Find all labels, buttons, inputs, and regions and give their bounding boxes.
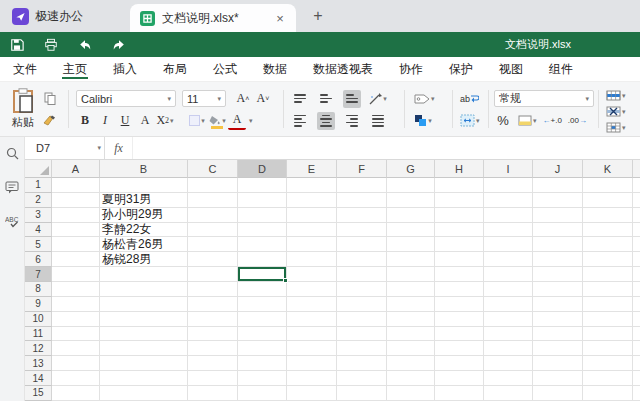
cell-F10[interactable] [337,312,387,327]
cell-H4[interactable] [435,223,484,238]
borders-button[interactable]: ▾ [188,112,206,130]
cell-B11[interactable] [100,327,188,342]
cell-F12[interactable] [337,341,387,356]
cell-C12[interactable] [188,341,238,356]
cell-H3[interactable] [435,208,484,223]
character-style-button[interactable]: A [136,112,154,130]
cell-G13[interactable] [387,356,435,371]
row-header-2[interactable]: 2 [25,193,52,208]
cell-K3[interactable] [583,208,633,223]
cell-A1[interactable] [52,178,100,193]
cell-H12[interactable] [435,341,484,356]
cell-C8[interactable] [188,282,238,297]
grow-font-button[interactable]: A˄ [234,90,252,108]
row-header-6[interactable]: 6 [25,252,52,267]
cell-D2[interactable] [238,193,287,208]
cell-C9[interactable] [188,297,238,312]
cell-J7[interactable] [533,267,583,282]
app-home-button[interactable]: 极速办公 [0,0,97,32]
cell-C6[interactable] [188,252,238,267]
cell-D8[interactable] [238,282,287,297]
text-orientation-icon[interactable]: ▾ [369,90,387,108]
select-all-corner[interactable] [25,160,52,178]
cell-G15[interactable] [387,386,435,401]
cell-D12[interactable] [238,341,287,356]
formula-input[interactable] [133,137,640,159]
cell-J5[interactable] [533,237,583,252]
cell-G14[interactable] [387,371,435,386]
row-header-7[interactable]: 7 [25,267,52,282]
cell-J10[interactable] [533,312,583,327]
cell-E5[interactable] [287,237,337,252]
row-header-11[interactable]: 11 [25,327,52,342]
cell-G11[interactable] [387,327,435,342]
menu-item-9[interactable]: 视图 [486,57,536,81]
cell-D7[interactable] [238,267,287,282]
align-right-icon[interactable] [343,112,361,130]
cell-D3[interactable] [238,208,287,223]
menu-item-3[interactable]: 布局 [150,57,200,81]
cell-D6[interactable] [238,252,287,267]
align-left-icon[interactable] [291,112,309,130]
save-button[interactable] [0,32,34,57]
cell-A12[interactable] [52,341,100,356]
cell-E10[interactable] [287,312,337,327]
menu-item-8[interactable]: 保护 [436,57,486,81]
cell-B9[interactable] [100,297,188,312]
cell-G7[interactable] [387,267,435,282]
percent-style-button[interactable]: % [494,112,512,130]
cell-D5[interactable] [238,237,287,252]
cell-E2[interactable] [287,193,337,208]
cell-F9[interactable] [337,297,387,312]
cell-G1[interactable] [387,178,435,193]
menu-item-0[interactable]: 文件 [0,57,50,81]
font-name-select[interactable]: Calibri▾ [76,90,176,107]
close-tab-icon[interactable]: × [272,11,288,26]
cell-H9[interactable] [435,297,484,312]
cell-H1[interactable] [435,178,484,193]
cell-C10[interactable] [188,312,238,327]
italic-button[interactable]: I [96,112,114,130]
shrink-font-button[interactable]: A˅ [254,90,272,108]
cell-K11[interactable] [583,327,633,342]
bold-button[interactable]: B [76,112,94,130]
cell-K13[interactable] [583,356,633,371]
cell-J13[interactable] [533,356,583,371]
cell-C15[interactable] [188,386,238,401]
cell-H2[interactable] [435,193,484,208]
menu-item-4[interactable]: 公式 [200,57,250,81]
column-header-G[interactable]: G [387,160,435,178]
cell-B7[interactable] [100,267,188,282]
column-header-H[interactable]: H [435,160,484,178]
cell-K7[interactable] [583,267,633,282]
cell-B12[interactable] [100,341,188,356]
cell-D13[interactable] [238,356,287,371]
name-box[interactable]: D7 ▾ [30,137,105,159]
column-header-K[interactable]: K [583,160,633,178]
cell-G2[interactable] [387,193,435,208]
cell-F15[interactable] [337,386,387,401]
cell-D4[interactable] [238,223,287,238]
menu-item-7[interactable]: 协作 [386,57,436,81]
cell-J14[interactable] [533,371,583,386]
row-header-8[interactable]: 8 [25,282,52,297]
column-header-I[interactable]: I [484,160,533,178]
cell-I15[interactable] [484,386,533,401]
cell-B13[interactable] [100,356,188,371]
cell-A14[interactable] [52,371,100,386]
currency-style-icon[interactable]: ▾ [518,112,537,130]
cell-E4[interactable] [287,223,337,238]
cell-E12[interactable] [287,341,337,356]
cell-E9[interactable] [287,297,337,312]
cell-C5[interactable] [188,237,238,252]
cell-C3[interactable] [188,208,238,223]
cell-F7[interactable] [337,267,387,282]
cell-I4[interactable] [484,223,533,238]
cell-I13[interactable] [484,356,533,371]
cell-G10[interactable] [387,312,435,327]
cell-K4[interactable] [583,223,633,238]
cell-C13[interactable] [188,356,238,371]
cell-H11[interactable] [435,327,484,342]
cell-F14[interactable] [337,371,387,386]
insert-function-button[interactable]: fx [105,137,133,159]
